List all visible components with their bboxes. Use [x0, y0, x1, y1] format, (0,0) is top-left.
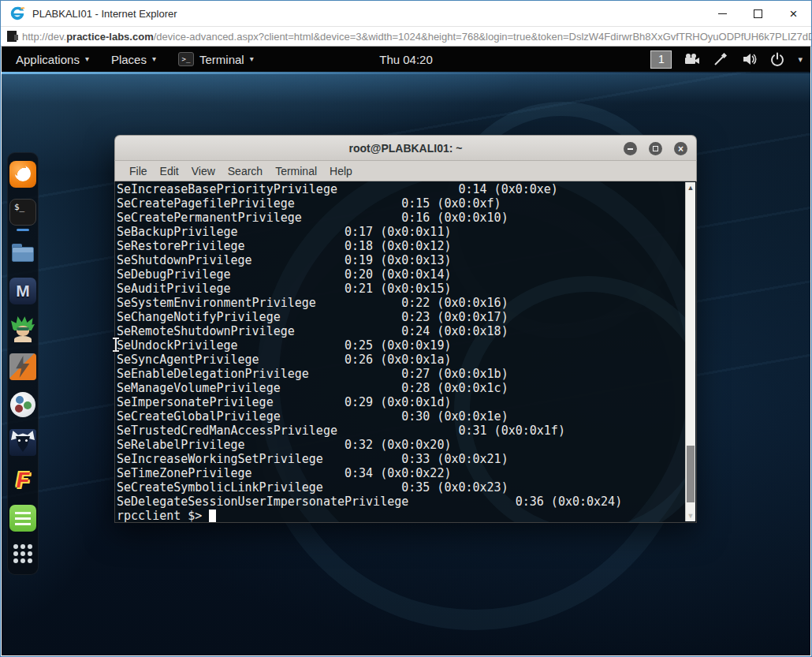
menu-view[interactable]: View — [186, 163, 221, 179]
terminal-line: SeBackupPrivilege0:17 (0x0:0x11) — [115, 225, 685, 239]
minimize-icon — [718, 13, 727, 14]
terminal-line: SeDebugPrivilege0:20 (0x0:0x14) — [115, 267, 685, 282]
chevron-down-icon: ▾ — [152, 55, 156, 63]
chevron-down-icon: ▾ — [85, 55, 89, 63]
power-icon[interactable] — [769, 51, 785, 67]
close-icon: × — [678, 144, 683, 154]
terminal-output: SeIncreaseBasePriorityPrivilege0:14 (0x0… — [115, 182, 685, 523]
ie-titlebar: PLABKALI01 - Internet Explorer × — [1, 1, 811, 26]
terminal-window: root@PLABKALI01: ~ × File Edit View Sear… — [114, 135, 697, 523]
terminal-close-button[interactable]: × — [674, 142, 687, 155]
terminal-line: SeDelegateSessionUserImpersonatePrivileg… — [115, 495, 685, 509]
url-text: http://dev.practice-labs.com/device-adva… — [22, 31, 811, 43]
terminal-line: SeImpersonatePrivilege0:29 (0x0:0x1d) — [115, 395, 685, 409]
maltego-icon[interactable] — [10, 392, 35, 417]
terminal-line: SeIncreaseBasePriorityPrivilege0:14 (0x0… — [115, 182, 685, 196]
terminal-line: SeSyncAgentPrivilege0:26 (0x0:0x1a) — [115, 353, 685, 367]
screen-recorder-camera-icon[interactable] — [684, 51, 700, 67]
armitage-icon[interactable] — [9, 315, 36, 342]
show-apps-icon[interactable] — [9, 543, 36, 565]
metasploit-icon[interactable]: M — [9, 278, 36, 304]
dock: $_ M F — [7, 152, 39, 575]
tray-chevron-icon[interactable]: ▾ — [798, 54, 803, 65]
terminal-line: SeTrustedCredManAccessPrivilege0:31 (0x0… — [115, 424, 685, 438]
text-cursor — [209, 510, 216, 522]
menu-terminal[interactable]: Terminal — [270, 163, 322, 179]
gnome-top-bar: Applications ▾ Places ▾ >_ Terminal ▾ Th… — [2, 47, 810, 72]
applications-menu[interactable]: Applications ▾ — [2, 47, 100, 72]
terminal-line: SeAuditPrivilege0:21 (0x0:0x15) — [115, 282, 685, 296]
workspace-indicator[interactable]: 1 — [650, 50, 672, 69]
terminal-menubar: File Edit View Search Terminal Help — [114, 161, 697, 181]
terminal-line: SeCreateGlobalPrivilege0:30 (0x0:0x1e) — [115, 409, 685, 424]
terminal-icon[interactable]: $_ — [9, 199, 36, 226]
terminal-line: SeSystemEnvironmentPrivilege0:22 (0x0:0x… — [115, 296, 685, 310]
files-icon[interactable] — [9, 240, 36, 267]
close-icon: × — [790, 7, 798, 21]
terminal-line: SeCreatePagefilePrivilege0:15 (0x0:0xf) — [115, 196, 685, 211]
menu-help[interactable]: Help — [324, 163, 358, 179]
chevron-down-icon: ▾ — [250, 55, 254, 63]
faraday-icon[interactable]: F — [9, 467, 36, 494]
terminal-title: root@PLABKALI01: ~ — [349, 142, 463, 155]
places-menu[interactable]: Places ▾ — [100, 47, 167, 72]
maximize-icon — [754, 9, 762, 18]
terminal-line: SeIncreaseWorkingSetPrivilege0:33 (0x0:0… — [115, 452, 685, 466]
scrollbar-thumb[interactable] — [687, 446, 695, 502]
prompt-line: rpcclient $> — [115, 509, 685, 523]
terminal-minimize-button[interactable] — [624, 142, 637, 155]
scroll-down-icon[interactable]: ▼ — [686, 512, 695, 520]
ie-window: PLABKALI01 - Internet Explorer × http://… — [0, 0, 812, 657]
menu-search[interactable]: Search — [222, 163, 268, 179]
terminal-line: SeRemoteShutdownPrivilege0:24 (0x0:0x18) — [115, 324, 685, 338]
running-indicator — [17, 229, 29, 231]
beef-icon[interactable] — [9, 429, 36, 456]
terminal-output-area[interactable]: SeIncreaseBasePriorityPrivilege0:14 (0x0… — [114, 181, 697, 523]
ie-logo-icon — [9, 5, 26, 22]
maximize-button[interactable] — [740, 1, 776, 26]
scroll-up-icon[interactable]: ▲ — [686, 184, 695, 192]
maximize-icon — [653, 146, 658, 151]
terminal-line: SeManageVolumePrivilege0:28 (0x0:0x1c) — [115, 381, 685, 395]
cherrytree-icon[interactable] — [9, 505, 36, 532]
terminal-line: SeChangeNotifyPrivilege0:23 (0x0:0x17) — [115, 310, 685, 324]
minimize-button[interactable] — [705, 1, 740, 26]
focused-app-menu[interactable]: >_ Terminal ▾ — [167, 47, 265, 72]
page-favicon-icon — [7, 31, 17, 42]
terminal-maximize-button[interactable] — [649, 142, 662, 155]
close-button[interactable]: × — [776, 1, 811, 26]
menu-file[interactable]: File — [124, 163, 153, 179]
terminal-app-icon: >_ — [178, 52, 194, 66]
network-icon[interactable] — [713, 51, 728, 67]
terminal-line: SeUndockPrivilege0:25 (0x0:0x19) — [115, 338, 685, 353]
mouse-cursor-ibeam — [111, 338, 121, 352]
terminal-line: SeTimeZonePrivilege0:34 (0x0:0x22) — [115, 466, 685, 480]
url-bar[interactable]: http://dev.practice-labs.com/device-adva… — [1, 26, 811, 47]
burpsuite-icon[interactable] — [9, 353, 36, 380]
terminal-line: SeRestorePrivilege0:18 (0x0:0x12) — [115, 239, 685, 253]
scrollbar[interactable]: ▲ ▼ — [685, 182, 695, 521]
menu-edit[interactable]: Edit — [155, 163, 184, 179]
firefox-icon[interactable] — [9, 161, 36, 188]
volume-icon[interactable] — [741, 51, 757, 67]
window-title: PLABKALI01 - Internet Explorer — [32, 8, 177, 20]
terminal-line: SeCreateSymbolicLinkPrivilege0:35 (0x0:0… — [115, 480, 685, 495]
terminal-line: SeShutdownPrivilege0:19 (0x0:0x13) — [115, 253, 685, 267]
terminal-line: SeCreatePermanentPrivilege0:16 (0x0:0x10… — [115, 211, 685, 225]
remote-desktop: Applications ▾ Places ▾ >_ Terminal ▾ Th… — [2, 47, 810, 655]
terminal-line: SeEnableDelegationPrivilege0:27 (0x0:0x1… — [115, 367, 685, 381]
minimize-icon — [628, 148, 633, 150]
terminal-line: SeRelabelPrivilege0:32 (0x0:0x20) — [115, 438, 685, 452]
terminal-titlebar[interactable]: root@PLABKALI01: ~ × — [114, 135, 697, 161]
prompt: rpcclient $> — [117, 509, 209, 523]
